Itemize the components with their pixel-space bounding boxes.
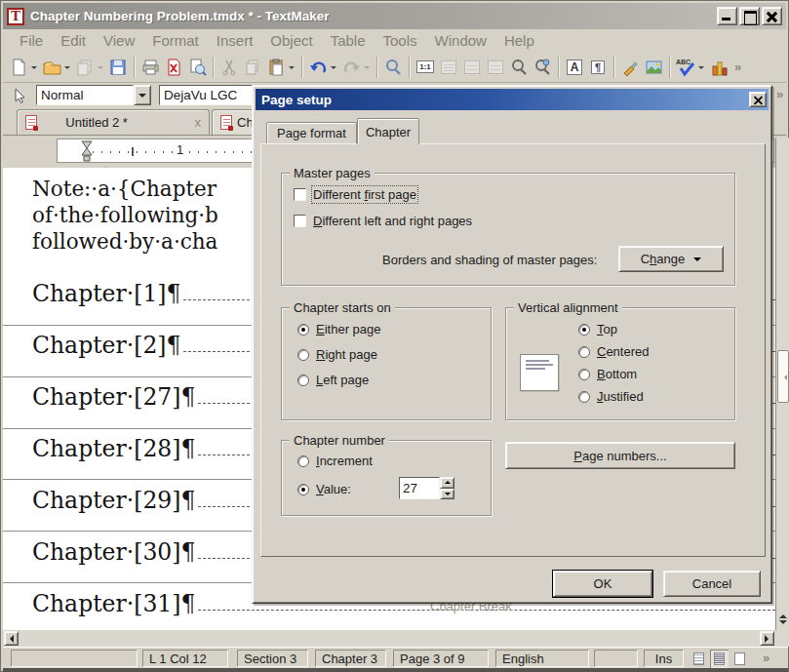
menu-window[interactable]: Window [426,30,495,51]
close-button[interactable] [762,7,782,25]
open-file-icon[interactable] [40,56,63,79]
format-brush-icon[interactable] [618,56,642,79]
chapter-starts-on-legend: Chapter starts on [290,300,395,315]
cut-icon[interactable] [217,56,241,79]
save-copy-icon[interactable] [73,56,97,79]
menu-view[interactable]: View [95,30,143,51]
change-button[interactable]: Change [618,246,724,272]
tab-close-icon[interactable]: x [184,115,201,130]
new-document-icon[interactable] [7,56,30,79]
menu-tools[interactable]: Tools [375,30,426,51]
horizontal-scrollbar[interactable] [3,630,775,647]
formatbar-overflow-icon[interactable]: » [776,87,783,101]
tab-page-format[interactable]: Page format [266,122,357,143]
tab-chapter[interactable]: Chapter [357,118,419,144]
minimize-button[interactable] [717,7,737,25]
page-numbers-button[interactable]: Page numbers... [505,442,735,469]
toolbar-separator [213,57,214,78]
menu-help[interactable]: Help [495,30,543,51]
zoom-100-icon[interactable]: 1:1 [414,56,437,79]
radio-button [297,375,309,386]
left-page-radio[interactable]: Left page [297,373,369,387]
indent-marker[interactable] [81,140,93,162]
status-info-cell [11,650,138,667]
view-fullpage-button[interactable] [730,650,749,668]
menu-edit[interactable]: Edit [52,30,95,51]
spin-down-icon[interactable] [440,489,454,500]
insert-picture-icon[interactable] [642,56,665,79]
increment-radio[interactable]: Increment [297,454,373,468]
new-document-dropdown[interactable] [31,66,37,72]
ok-button[interactable]: OK [553,571,652,597]
menu-file[interactable]: File [11,30,52,51]
different-first-page-checkbox[interactable]: Different first page [294,187,416,202]
spellcheck-icon[interactable]: ABC [674,56,697,79]
vertical-scrollbar[interactable] [775,138,789,630]
print-preview-icon[interactable] [185,56,209,79]
style-dropdown-button[interactable] [134,85,151,105]
paste-icon[interactable] [264,56,288,79]
two-pages-icon[interactable] [484,56,507,79]
scroll-left-button[interactable] [4,631,19,646]
open-file-dropdown[interactable] [64,66,70,72]
browse-next-icon[interactable] [779,620,787,628]
chart-icon[interactable] [707,56,730,79]
search-icon[interactable] [381,56,405,79]
object-pointer-icon[interactable] [9,84,32,107]
status-page: Page 3 of 9 [393,650,489,667]
zoom-in-icon[interactable] [507,56,531,79]
undo-dropdown[interactable] [331,66,336,72]
spin-up-icon[interactable] [440,477,454,489]
page-setup-dialog: Page setup Page format Chapter Master pa… [252,85,772,604]
checkbox-box [294,215,306,227]
value-radio[interactable]: Value: [297,482,351,496]
export-pdf-icon[interactable] [162,56,185,79]
toolbar-separator [301,57,302,78]
fit-page-icon[interactable] [460,56,484,79]
zoom-page-icon[interactable] [531,56,554,79]
different-left-right-checkbox[interactable]: Different left and right pages [294,214,472,228]
maximize-button[interactable] [739,7,760,25]
dialog-title-bar: Page setup [256,89,769,110]
redo-dropdown[interactable] [364,66,370,72]
menu-format[interactable]: Format [143,30,208,51]
doc-tab-untitled[interactable]: Untitled 2 * x [17,109,210,135]
spellcheck-dropdown[interactable] [698,66,704,72]
paragraph-format-icon[interactable]: ¶ [586,56,610,79]
print-icon[interactable] [138,56,162,79]
menu-object[interactable]: Object [261,30,321,51]
master-pages-legend: Master pages [290,166,375,180]
save-icon[interactable] [106,56,130,79]
either-page-radio[interactable]: Either page [297,322,381,336]
paragraph-style-combo[interactable]: Normal [36,85,151,105]
browse-previous-icon[interactable] [779,611,787,618]
status-chapter: Chapter 3 [315,650,386,667]
checkbox-label: Different first page [313,187,416,202]
statusbar-overflow-icon[interactable]: » [763,651,769,665]
valign-justified-radio[interactable]: Justified [578,389,644,404]
right-page-radio[interactable]: Right page [297,347,377,362]
redo-icon[interactable] [339,56,363,79]
character-format-icon[interactable]: A [563,56,586,79]
view-normal-button[interactable] [690,650,708,668]
valign-top-radio[interactable]: Top [578,322,617,336]
toolbar-overflow-icon[interactable]: » [734,59,741,74]
value-input[interactable]: 27 [399,477,440,499]
scroll-right-button[interactable] [760,631,774,646]
paste-dropdown[interactable] [289,66,295,72]
undo-icon[interactable] [306,56,330,79]
copy-icon[interactable] [241,56,264,79]
menu-table[interactable]: Table [322,30,375,51]
note-line: followed·by·a·cha [32,229,217,254]
valign-centered-radio[interactable]: Centered [578,344,649,359]
view-layout-button[interactable] [710,650,729,668]
vertical-scrollbar-thumb[interactable] [777,350,789,403]
dialog-close-icon[interactable] [749,92,767,107]
save-copy-dropdown[interactable] [98,66,103,72]
cancel-button[interactable]: Cancel [663,571,761,597]
menu-insert[interactable]: Insert [208,30,262,51]
chapter-number-spinner[interactable]: 27 [399,477,454,499]
standard-toolbar: 1:1 A ¶ ABC » [3,52,786,83]
valign-bottom-radio[interactable]: Bottom [578,367,637,381]
fit-width-icon[interactable] [437,56,460,79]
